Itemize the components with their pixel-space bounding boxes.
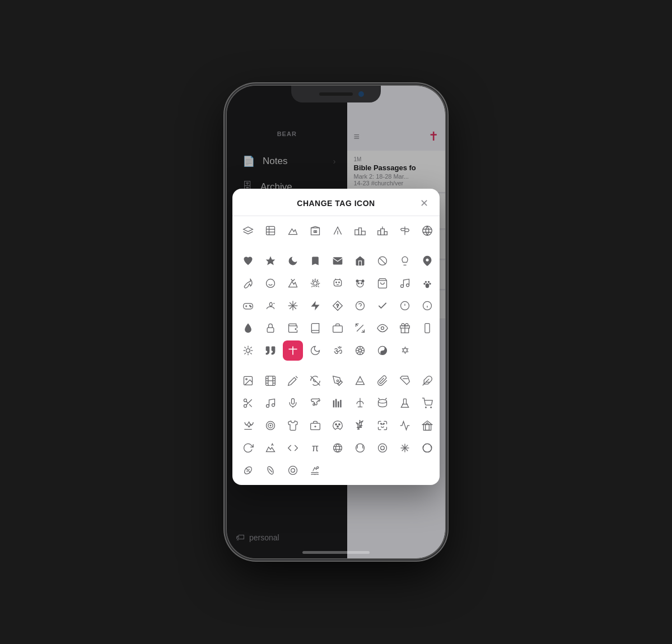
icon-pen[interactable] [328, 371, 348, 391]
icon-layers[interactable] [238, 221, 258, 241]
icon-question[interactable] [350, 296, 370, 316]
icon-bug[interactable] [305, 273, 325, 293]
icon-crescent[interactable] [305, 340, 325, 361]
icon-drop[interactable] [238, 318, 258, 338]
icon-smile[interactable] [260, 273, 281, 293]
icon-bag[interactable] [372, 273, 393, 293]
icon-paperclip[interactable] [372, 371, 393, 391]
icon-scissors[interactable] [238, 393, 258, 413]
icon-lock[interactable] [260, 318, 281, 338]
icon-baseball[interactable] [350, 438, 370, 458]
icon-cannabis[interactable] [350, 416, 370, 436]
icon-envelope[interactable] [328, 251, 348, 271]
icon-sun[interactable] [238, 340, 258, 361]
icon-city2[interactable] [372, 221, 393, 241]
icon-dharma[interactable] [350, 340, 370, 361]
icon-beach[interactable] [238, 416, 258, 436]
icon-moon[interactable] [283, 251, 303, 271]
icon-mountain3[interactable] [260, 438, 281, 458]
icon-eye[interactable] [372, 318, 393, 338]
icon-road[interactable] [328, 221, 348, 241]
icon-panda[interactable] [350, 273, 370, 293]
icon-tshirt[interactable] [283, 416, 303, 436]
icon-leaf[interactable] [238, 273, 258, 293]
icon-microphone[interactable] [283, 393, 303, 413]
icon-suitcase[interactable] [305, 416, 325, 436]
icon-feather[interactable] [417, 371, 437, 391]
icon-gift[interactable] [395, 318, 415, 338]
icon-mic-stand[interactable] [350, 393, 370, 413]
home-indicator [302, 551, 370, 554]
icon-cart[interactable] [417, 393, 437, 413]
icon-om[interactable]: ॐ [328, 340, 348, 361]
icon-yinyang[interactable] [372, 340, 393, 361]
icon-circle-dot[interactable] [283, 460, 303, 480]
icon-code[interactable] [283, 438, 303, 458]
icon-snowflake[interactable] [283, 296, 303, 316]
icon-cross-selected[interactable] [283, 340, 303, 361]
icon-bars[interactable] [328, 393, 348, 413]
icon-info[interactable] [417, 296, 437, 316]
icon-palette[interactable] [328, 416, 348, 436]
icon-wand[interactable] [350, 318, 370, 338]
icon-smartphone[interactable] [417, 318, 437, 338]
icon-fancy-house[interactable] [417, 416, 437, 436]
icon-check[interactable] [372, 296, 393, 316]
icon-table[interactable] [260, 221, 281, 241]
icon-no[interactable] [372, 251, 393, 271]
icon-drum[interactable] [372, 393, 393, 413]
icon-pencil[interactable] [283, 371, 303, 391]
svg-rect-0 [267, 226, 275, 235]
icon-heart-monitor[interactable] [395, 416, 415, 436]
icon-football[interactable] [238, 460, 258, 480]
icon-film[interactable] [260, 371, 281, 391]
icon-exclaim[interactable] [395, 296, 415, 316]
icon-dog[interactable] [328, 273, 348, 293]
icon-triangle-ruler[interactable] [350, 371, 370, 391]
icon-music-notes[interactable] [260, 393, 281, 413]
svg-point-38 [425, 281, 427, 283]
icon-theater[interactable] [305, 371, 325, 391]
icon-target[interactable] [260, 416, 281, 436]
icon-star[interactable] [260, 251, 281, 271]
icon-volleyball[interactable] [417, 438, 437, 458]
modal-close-button[interactable]: ✕ [417, 197, 431, 210]
icon-mountain[interactable] [283, 221, 303, 241]
icon-swim[interactable] [305, 460, 325, 480]
icon-diamond[interactable]: ? [328, 296, 348, 316]
icon-paw[interactable] [417, 273, 437, 293]
icon-photo[interactable] [238, 371, 258, 391]
icon-duck[interactable] [260, 296, 281, 316]
svg-point-97 [246, 379, 248, 380]
icon-mountain2[interactable] [283, 273, 303, 293]
icon-pin[interactable] [417, 251, 437, 271]
icon-face-scan[interactable] [372, 416, 393, 436]
icon-star-of-david[interactable]: ✡ [395, 340, 415, 361]
icon-building1[interactable] [305, 221, 325, 241]
icon-rugby[interactable] [260, 460, 281, 480]
icon-refresh[interactable] [238, 438, 258, 458]
icon-quote[interactable] [260, 340, 281, 361]
icon-paintbrush[interactable] [395, 371, 415, 391]
icon-basketball[interactable] [328, 438, 348, 458]
icon-wallet[interactable] [283, 318, 303, 338]
icon-home[interactable] [350, 251, 370, 271]
icon-heart[interactable] [238, 251, 258, 271]
icon-music[interactable] [395, 273, 415, 293]
icon-signpost[interactable] [395, 221, 415, 241]
modal-title: CHANGE TAG ICON [255, 199, 417, 208]
icon-book[interactable] [305, 318, 325, 338]
icon-pi[interactable]: π [305, 438, 325, 458]
icon-briefcase[interactable] [328, 318, 348, 338]
icon-globe[interactable] [417, 221, 437, 241]
icon-guitar[interactable] [305, 393, 325, 413]
icon-gamepad[interactable] [238, 296, 258, 316]
svg-line-79 [245, 353, 246, 354]
icon-bookmark[interactable] [305, 251, 325, 271]
icon-flask[interactable] [395, 393, 415, 413]
icon-asterisk[interactable] [395, 438, 415, 458]
icon-bolt[interactable] [305, 296, 325, 316]
icon-city1[interactable] [350, 221, 370, 241]
icon-no-circle[interactable] [372, 438, 393, 458]
icon-bulb[interactable] [395, 251, 415, 271]
